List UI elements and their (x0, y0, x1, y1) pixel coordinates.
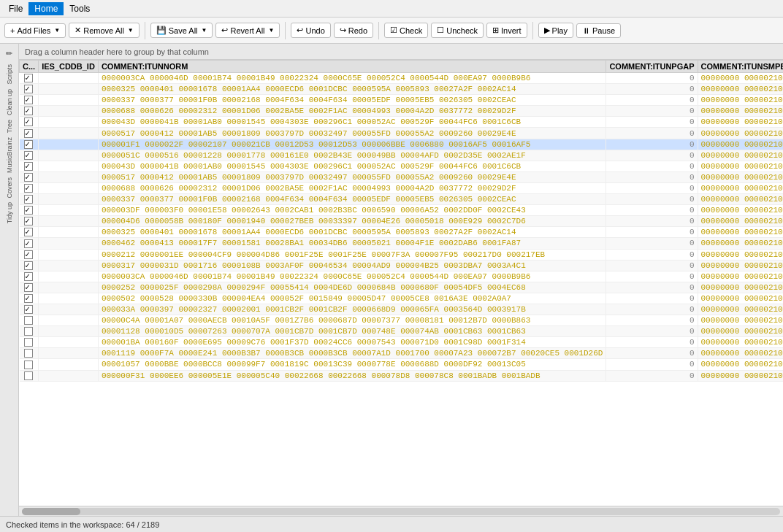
col-comment-itunpgap[interactable]: COMMENT:ITUNPGAP (606, 61, 698, 73)
checkbox[interactable] (24, 361, 33, 369)
checkbox[interactable] (24, 151, 33, 160)
checkbox[interactable] (24, 261, 33, 270)
checkbox[interactable] (24, 272, 33, 281)
checkbox[interactable] (24, 206, 33, 215)
checkbox[interactable] (24, 338, 33, 347)
table-row[interactable]: 0000252 0000025F 0000298A 0000294F 00055… (20, 282, 784, 293)
row-check-cell[interactable] (20, 260, 39, 271)
menu-file[interactable]: File (3, 2, 28, 15)
row-check-cell[interactable] (20, 304, 39, 315)
table-row[interactable]: 000043D 0000041B 00001AB0 00001545 00043… (20, 117, 784, 128)
scroll-track[interactable] (22, 508, 780, 515)
row-check-cell[interactable] (20, 348, 39, 359)
table-row[interactable]: 000003DF 000003F0 00001E58 00002643 0002… (20, 205, 784, 216)
remove-all-button[interactable]: ✕ Remove All ▼ (69, 23, 140, 38)
checkbox[interactable] (24, 195, 33, 204)
checkbox[interactable] (24, 239, 33, 248)
table-row[interactable]: 0000317 0000031D 0001716 0000108B 0003AF… (20, 260, 784, 271)
table-row[interactable]: 000043D 0000041B 00001AB0 00001545 00043… (20, 161, 784, 171)
sidebar-covers[interactable]: Covers (6, 176, 13, 200)
table-row[interactable]: 0000051C 0000516 00001228 00001778 00016… (20, 150, 784, 161)
sidebar-musicbrainz[interactable]: MusicBrainz (6, 136, 13, 174)
invert-button[interactable]: ⊞ Invert (486, 23, 527, 38)
menu-tools[interactable]: Tools (64, 2, 96, 15)
row-check-cell[interactable] (20, 150, 39, 161)
checkbox[interactable] (24, 184, 33, 193)
row-check-cell[interactable] (20, 139, 39, 150)
row-check-cell[interactable] (20, 238, 39, 249)
pause-button[interactable]: ⏸ Pause (576, 23, 621, 38)
table-container[interactable]: C... IES_CDDB_ID COMMENT:ITUNNORM COMMEN… (19, 60, 783, 506)
checkbox[interactable] (24, 228, 33, 236)
checkbox[interactable] (24, 371, 33, 380)
row-check-cell[interactable] (20, 95, 39, 106)
sidebar-scripts[interactable]: Scripts (6, 63, 13, 86)
col-comment-itunnorm[interactable]: COMMENT:ITUNNORM (98, 61, 606, 73)
sidebar-edit[interactable]: ✏ (1, 45, 18, 61)
checkbox[interactable] (24, 117, 33, 126)
table-row[interactable]: 000001F1 0000022F 00002107 000021CB 0001… (20, 139, 784, 150)
table-row[interactable]: 000000F31 0000EE6 000005E1E 000005C40 00… (20, 370, 784, 381)
row-check-cell[interactable] (20, 315, 39, 326)
add-files-button[interactable]: + Add Files ▼ (4, 23, 66, 38)
row-check-cell[interactable] (20, 84, 39, 95)
table-row[interactable]: 0000337 0000377 00001F0B 00002168 0004F6… (20, 95, 784, 106)
checkbox[interactable] (24, 250, 33, 259)
checkbox[interactable] (24, 294, 33, 303)
table-row[interactable]: 0000003CA 0000046D 00001B74 00001B49 000… (20, 73, 784, 84)
table-row[interactable]: 00001128 000010D5 00007263 0000707A 0001… (20, 326, 784, 337)
row-check-cell[interactable] (20, 370, 39, 381)
checkbox[interactable] (24, 162, 33, 171)
table-row[interactable]: 00001057 0000BBE 0000BCC8 000099F7 00018… (20, 359, 784, 370)
row-check-cell[interactable] (20, 73, 39, 84)
row-check-cell[interactable] (20, 117, 39, 128)
table-row[interactable]: 0000337 0000377 00001F0B 00002168 0004F6… (20, 194, 784, 205)
row-check-cell[interactable] (20, 249, 39, 260)
uncheck-button[interactable]: ☐ Uncheck (431, 23, 484, 38)
sidebar-cleanup[interactable]: Clean up (6, 88, 13, 117)
save-all-button[interactable]: 💾 Save All ▼ (150, 23, 213, 38)
table-row[interactable]: 0000003CA 0000046D 00001B74 00001B49 000… (20, 271, 784, 282)
row-check-cell[interactable] (20, 205, 39, 216)
row-check-cell[interactable] (20, 282, 39, 293)
checkbox[interactable] (24, 283, 33, 292)
table-row[interactable]: 0000688 0000626 00002312 00001D06 0002BA… (20, 106, 784, 117)
table-row[interactable]: 0000517 0000412 00001AB5 00001809 000379… (20, 128, 784, 139)
row-check-cell[interactable] (20, 271, 39, 282)
sidebar-tidyup[interactable]: Tidy up (6, 201, 13, 225)
row-check-cell[interactable] (20, 128, 39, 139)
col-comment-itunsmpb[interactable]: COMMENT:ITUNSMPB (698, 61, 783, 73)
row-check-cell[interactable] (20, 182, 39, 193)
checkbox[interactable] (24, 96, 33, 104)
scroll-thumb[interactable] (22, 508, 80, 515)
checkbox[interactable] (24, 85, 33, 93)
row-check-cell[interactable] (20, 216, 39, 227)
row-check-cell[interactable] (20, 326, 39, 337)
row-check-cell[interactable] (20, 106, 39, 117)
table-row[interactable]: 000004D6 0000058B 000180F 00001940 00002… (20, 216, 784, 227)
row-check-cell[interactable] (20, 293, 39, 304)
checkbox[interactable] (24, 107, 33, 115)
play-button[interactable]: ▶ Play (538, 23, 573, 38)
checkbox[interactable] (24, 305, 33, 314)
table-row[interactable]: 0000517 0000412 00001AB5 00001809 000379… (20, 171, 784, 182)
checkbox[interactable] (24, 140, 33, 149)
checkbox[interactable] (24, 316, 33, 325)
row-check-cell[interactable] (20, 171, 39, 182)
table-row[interactable]: 000001BA 000160F 0000E695 00009C76 0001F… (20, 337, 784, 348)
table-row[interactable]: 00000C4A 00001A07 0000AECB 00010A5F 0001… (20, 315, 784, 326)
horizontal-scrollbar[interactable] (19, 506, 783, 516)
col-ies-cddb-id[interactable]: IES_CDDB_ID (39, 61, 99, 73)
menu-home[interactable]: Home (28, 2, 64, 15)
checkbox[interactable] (24, 217, 33, 225)
table-row[interactable]: 0000325 0000401 00001678 00001AA4 0000EC… (20, 227, 784, 238)
table-row[interactable]: 000033A 0000397 00002327 00002001 0001CB… (20, 304, 784, 315)
row-check-cell[interactable] (20, 194, 39, 205)
table-row[interactable]: 0000325 0000401 00001678 00001AA4 0000EC… (20, 84, 784, 95)
checkbox[interactable] (24, 129, 33, 138)
table-row[interactable]: 0000462 0000413 000017F7 00001581 00028B… (20, 238, 784, 249)
check-button[interactable]: ☑ Check (384, 23, 428, 38)
table-row[interactable]: 0000502 0000528 0000330B 000004EA4 00005… (20, 293, 784, 304)
table-row[interactable]: 0000212 0000001EE 000004CF9 000004D86 00… (20, 249, 784, 260)
checkbox[interactable] (24, 349, 33, 358)
